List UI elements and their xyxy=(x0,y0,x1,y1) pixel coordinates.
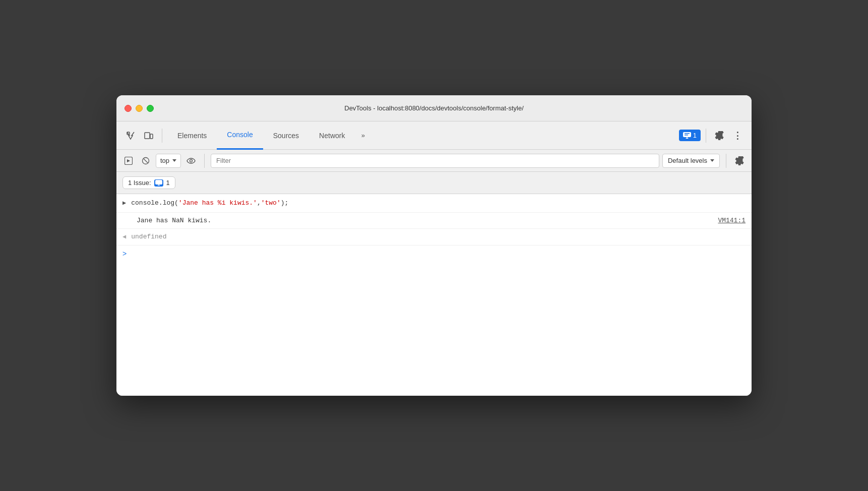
log-level-selector[interactable]: Default levels xyxy=(662,154,720,168)
device-toolbar-icon[interactable] xyxy=(141,128,157,144)
more-tabs-button[interactable]: » xyxy=(355,128,371,144)
log-level-dropdown-icon xyxy=(710,159,714,162)
tab-network[interactable]: Network xyxy=(309,121,355,150)
devtools-window: DevTools - localhost:8080/docs/devtools/… xyxy=(116,95,752,396)
issues-bar: 1 Issue: 1 xyxy=(116,172,752,194)
execute-context-icon[interactable] xyxy=(121,154,136,168)
tab-bar: Elements Console Sources Network » xyxy=(167,121,677,150)
prompt-arrow-icon[interactable]: > xyxy=(122,250,127,258)
issues-label: 1 Issue: xyxy=(128,179,151,187)
inspect-icon[interactable] xyxy=(122,128,139,144)
settings-icon[interactable] xyxy=(711,128,727,144)
svg-rect-1 xyxy=(145,133,150,139)
context-dropdown-icon xyxy=(172,159,176,162)
close-button[interactable] xyxy=(125,105,132,112)
console-output: ▶ console.log('Jane has %i kiwis.', 'two… xyxy=(116,194,752,396)
traffic-lights xyxy=(125,105,154,112)
eye-icon[interactable] xyxy=(184,154,198,168)
console-divider xyxy=(204,154,205,168)
svg-point-9 xyxy=(190,159,193,162)
svg-rect-2 xyxy=(150,134,153,139)
more-options-icon[interactable]: ⋮ xyxy=(729,128,746,144)
toolbar-divider-2 xyxy=(706,129,706,143)
issues-badge-button[interactable]: 1 xyxy=(679,130,701,141)
issues-count: 1 xyxy=(166,179,170,187)
context-selector[interactable]: top xyxy=(156,154,181,168)
svg-line-8 xyxy=(144,158,148,163)
titlebar: DevTools - localhost:8080/docs/devtools/… xyxy=(116,95,752,121)
console-output-line: Jane has NaN kiwis. VM141:1 xyxy=(116,213,752,229)
console-prompt-line[interactable]: > xyxy=(116,245,752,262)
tab-elements[interactable]: Elements xyxy=(167,121,217,150)
expand-arrow-icon[interactable]: ▶ xyxy=(122,198,126,208)
console-log-line: ▶ console.log('Jane has %i kiwis.', 'two… xyxy=(116,194,752,213)
source-link[interactable]: VM141:1 xyxy=(718,216,746,226)
return-value: undefined xyxy=(131,232,166,242)
clear-console-icon[interactable] xyxy=(139,154,153,168)
toolbar-divider-1 xyxy=(162,129,162,143)
issues-chat-icon xyxy=(154,179,163,187)
filter-input[interactable] xyxy=(211,154,659,168)
tab-console[interactable]: Console xyxy=(217,121,263,150)
return-value-line: ◀ undefined xyxy=(116,229,752,245)
toolbar-right: 1 ⋮ xyxy=(679,128,746,144)
svg-rect-10 xyxy=(155,180,162,185)
console-settings-icon[interactable] xyxy=(732,154,747,168)
svg-rect-4 xyxy=(685,133,690,134)
minimize-button[interactable] xyxy=(136,105,143,112)
console-divider-2 xyxy=(726,154,726,168)
issues-pill[interactable]: 1 Issue: 1 xyxy=(122,176,175,189)
maximize-button[interactable] xyxy=(147,105,154,112)
window-title: DevTools - localhost:8080/docs/devtools/… xyxy=(344,104,524,112)
return-arrow-icon: ◀ xyxy=(122,232,126,241)
console-toolbar: top Default levels xyxy=(116,150,752,172)
tab-sources[interactable]: Sources xyxy=(263,121,309,150)
svg-rect-5 xyxy=(685,135,688,136)
main-toolbar: Elements Console Sources Network » xyxy=(116,121,752,150)
output-text: Jane has NaN kiwis. xyxy=(122,216,211,226)
